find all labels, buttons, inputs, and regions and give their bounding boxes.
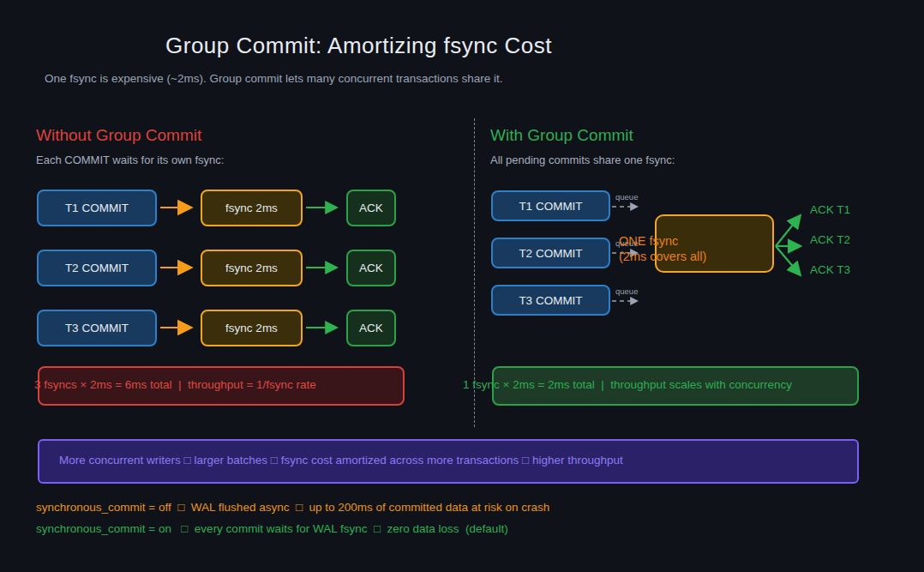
left-summary-text: 3 fsyncs × 2ms = 6ms total | throughput … [34, 378, 316, 391]
ack-t1-label: ACK T1 [810, 203, 850, 216]
slide: Group Commit: Amortizing fsync Cost One … [0, 0, 924, 572]
one-fsync-text: ONE fsync (2ms covers all) [619, 233, 706, 264]
fsync-label-3: fsync 2ms [225, 322, 278, 334]
ack-box-1: ACK [346, 190, 396, 226]
fsync-label-2: fsync 2ms [225, 262, 278, 274]
ack-t3-label: ACK T3 [810, 263, 850, 276]
one-fsync-line2: (2ms covers all) [619, 249, 706, 264]
left-section-heading: Without Group Commit [36, 126, 201, 145]
t3-commit-label: T3 COMMIT [65, 322, 129, 334]
page-subtitle: One fsync is expensive (~2ms). Group com… [45, 72, 503, 85]
gc-t1-commit-label: T1 COMMIT [519, 200, 582, 213]
gc-t3-commit-box: T3 COMMIT [491, 285, 610, 316]
fsync-box-3: fsync 2ms [201, 310, 303, 346]
one-fsync-line1: ONE fsync [619, 233, 706, 249]
t1-commit-box: T1 COMMIT [37, 190, 157, 226]
t2-commit-box: T2 COMMIT [37, 250, 157, 286]
gc-t2-commit-label: T2 COMMIT [519, 247, 582, 260]
t1-commit-label: T1 COMMIT [65, 202, 129, 214]
arrow-ack-t3 [776, 246, 800, 274]
takeaway-text: More concurrent writers □ larger batches… [59, 454, 623, 467]
ack-label-3: ACK [359, 322, 383, 334]
footnote-sync-commit-on: synchronous_commit = on □ every commit w… [36, 522, 508, 535]
ack-label-2: ACK [359, 262, 383, 274]
page-title: Group Commit: Amortizing fsync Cost [165, 33, 552, 59]
ack-label-1: ACK [359, 202, 383, 214]
fsync-box-2: fsync 2ms [201, 250, 303, 286]
footnote-sync-commit-off: synchronous_commit = off □ WAL flushed a… [36, 501, 549, 514]
ack-box-2: ACK [346, 250, 396, 286]
arrow-ack-t1 [776, 216, 800, 246]
fsync-box-1: fsync 2ms [201, 190, 303, 226]
gc-t2-commit-box: T2 COMMIT [491, 238, 610, 268]
queue-label-1: queue [615, 192, 638, 202]
t3-commit-box: T3 COMMIT [37, 310, 157, 346]
ack-box-3: ACK [346, 310, 396, 346]
ack-t2-label: ACK T2 [810, 233, 850, 246]
left-section-subheading: Each COMMIT waits for its own fsync: [36, 154, 224, 166]
fsync-label-1: fsync 2ms [225, 202, 278, 214]
right-summary-text: 1 fsync × 2ms = 2ms total | throughput s… [463, 378, 792, 391]
gc-t3-commit-label: T3 COMMIT [519, 294, 582, 307]
t2-commit-label: T2 COMMIT [65, 262, 129, 274]
gc-t1-commit-box: T1 COMMIT [491, 190, 610, 221]
right-section-heading: With Group Commit [490, 126, 633, 145]
right-section-subheading: All pending commits share one fsync: [490, 154, 675, 166]
queue-label-3: queue [615, 286, 638, 296]
